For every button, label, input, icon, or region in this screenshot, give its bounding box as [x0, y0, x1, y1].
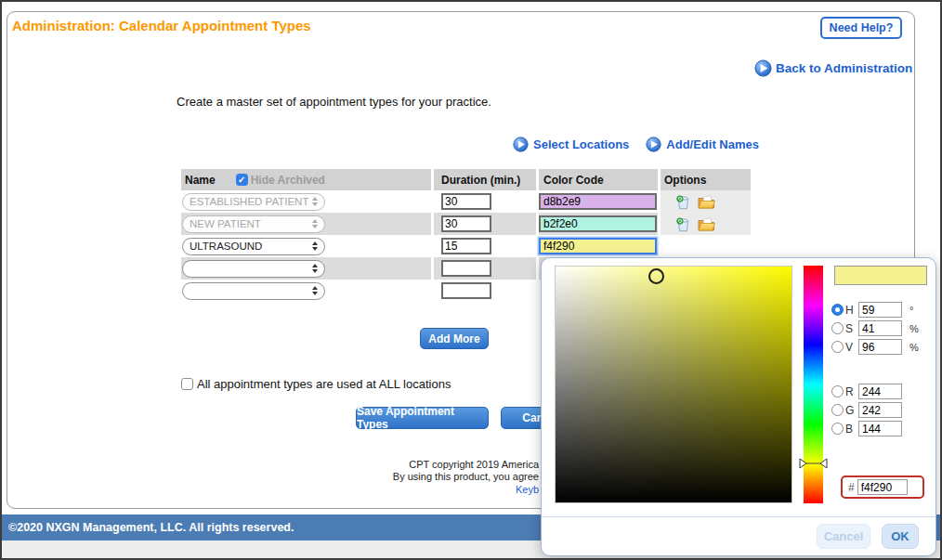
keyboard-shortcuts-link[interactable]: Keyb: [516, 484, 539, 495]
picker-cancel-button[interactable]: Cancel: [817, 524, 870, 549]
hue-radio[interactable]: [831, 304, 844, 316]
open-folder-icon[interactable]: [698, 217, 715, 231]
select-locations-link[interactable]: Select Locations: [533, 137, 629, 151]
add-more-button[interactable]: Add More: [420, 328, 489, 349]
cpt-line1: CPT copyright 2019 America: [167, 459, 539, 471]
archive-recycle-bin-icon[interactable]: [675, 194, 691, 210]
page-title: Administration: Calendar Appointment Typ…: [12, 18, 311, 33]
value-label: V: [845, 341, 857, 354]
play-circle-icon: [754, 59, 772, 77]
select-stepper-icon: [312, 286, 318, 295]
value-field-row: V %: [831, 339, 919, 355]
saturation-value-field[interactable]: [555, 266, 792, 503]
value-radio[interactable]: [831, 341, 844, 353]
footer-copyright: ©2020 NXGN Management, LLC. All rights r…: [8, 521, 294, 534]
blue-input[interactable]: [858, 421, 902, 436]
green-input[interactable]: [858, 402, 902, 418]
archive-recycle-bin-icon[interactable]: [675, 216, 691, 232]
hue-field-row: H °: [831, 302, 913, 318]
checkmark-icon: ✓: [238, 175, 245, 185]
hex-value-box: #: [841, 475, 924, 499]
open-folder-icon[interactable]: [698, 195, 715, 209]
color-code-input-focused[interactable]: [539, 238, 657, 254]
back-link-label: Back to Administration: [776, 61, 912, 75]
saturation-field-row: S %: [831, 320, 919, 336]
column-header-duration: Duration (min.): [441, 174, 520, 187]
hide-archived-label: Hide Archived: [251, 174, 325, 187]
saturation-radio[interactable]: [831, 322, 844, 334]
hue-slider-handle[interactable]: [799, 458, 828, 469]
select-stepper-icon: [312, 241, 318, 251]
saturation-label: S: [845, 322, 857, 335]
app-window: Administration: Calendar Appointment Typ…: [0, 0, 942, 560]
hex-input[interactable]: [857, 479, 908, 495]
red-input[interactable]: [858, 384, 902, 399]
color-picker-dialog: H ° S % V % R G B: [541, 257, 936, 556]
hash-prefix: #: [848, 481, 855, 494]
select-stepper-icon: [312, 197, 318, 206]
value-unit: %: [909, 342, 919, 353]
cpt-line2: By using this product, you agree: [167, 471, 539, 483]
blue-field-row: B: [831, 421, 902, 436]
all-locations-checkbox[interactable]: [181, 378, 193, 390]
dialog-separator: [542, 516, 935, 517]
all-locations-row: All appointment types are used at ALL lo…: [181, 377, 451, 391]
select-stepper-icon: [312, 219, 318, 228]
blue-radio[interactable]: [831, 423, 844, 435]
saturation-unit: %: [909, 323, 919, 334]
hue-input[interactable]: [858, 302, 902, 318]
red-label: R: [845, 385, 857, 398]
table-row: ESTABLISHED PATIENT: [181, 190, 751, 213]
appointment-name-select[interactable]: ULTRASOUND: [182, 238, 325, 255]
appointment-name-select[interactable]: NEW PATIENT: [182, 215, 325, 233]
add-edit-names-link[interactable]: Add/Edit Names: [666, 137, 759, 151]
duration-input[interactable]: [441, 260, 491, 277]
all-locations-label: All appointment types are used at ALL lo…: [197, 377, 451, 391]
green-radio[interactable]: [831, 404, 844, 416]
column-header-color-code: Color Code: [543, 174, 604, 187]
red-radio[interactable]: [831, 385, 844, 397]
header-links: Select Locations Add/Edit Names: [513, 137, 759, 152]
color-selection-marker[interactable]: [648, 268, 664, 284]
blue-label: B: [845, 423, 857, 436]
saturation-input[interactable]: [858, 320, 902, 336]
green-field-row: G: [831, 402, 902, 418]
play-circle-icon: [646, 137, 661, 152]
color-code-input[interactable]: [539, 193, 657, 210]
selected-color-preview: [834, 266, 927, 285]
table-row: ULTRASOUND: [181, 235, 751, 257]
hide-archived-checkbox[interactable]: ✓: [236, 174, 248, 186]
hue-unit: °: [909, 305, 913, 316]
table-header-row: Name ✓ Hide Archived Duration (min.) Col…: [181, 169, 751, 190]
appointment-name-select[interactable]: [182, 260, 325, 278]
appointment-name-select[interactable]: ESTABLISHED PATIENT: [182, 193, 325, 211]
red-field-row: R: [831, 384, 902, 399]
column-header-options: Options: [664, 174, 706, 187]
value-input[interactable]: [858, 339, 902, 355]
select-stepper-icon: [312, 264, 318, 273]
need-help-button[interactable]: Need Help?: [820, 17, 902, 39]
intro-text: Create a master set of appointment types…: [177, 95, 491, 109]
picker-ok-button[interactable]: OK: [882, 524, 919, 549]
duration-input[interactable]: [441, 215, 491, 232]
duration-input[interactable]: [441, 238, 491, 254]
back-to-administration-link[interactable]: Back to Administration: [754, 59, 912, 77]
duration-input[interactable]: [441, 193, 491, 210]
save-appointment-types-button[interactable]: Save Appointment Types: [356, 407, 489, 429]
play-circle-icon: [513, 137, 529, 152]
green-label: G: [845, 404, 857, 417]
duration-input[interactable]: [441, 282, 491, 299]
hue-label: H: [845, 304, 857, 317]
column-header-name: Name: [185, 174, 216, 187]
table-row: NEW PATIENT: [181, 213, 751, 235]
color-code-input[interactable]: [539, 215, 657, 232]
appointment-name-select[interactable]: [182, 282, 325, 300]
cpt-copyright-text: CPT copyright 2019 America By using this…: [167, 459, 539, 496]
